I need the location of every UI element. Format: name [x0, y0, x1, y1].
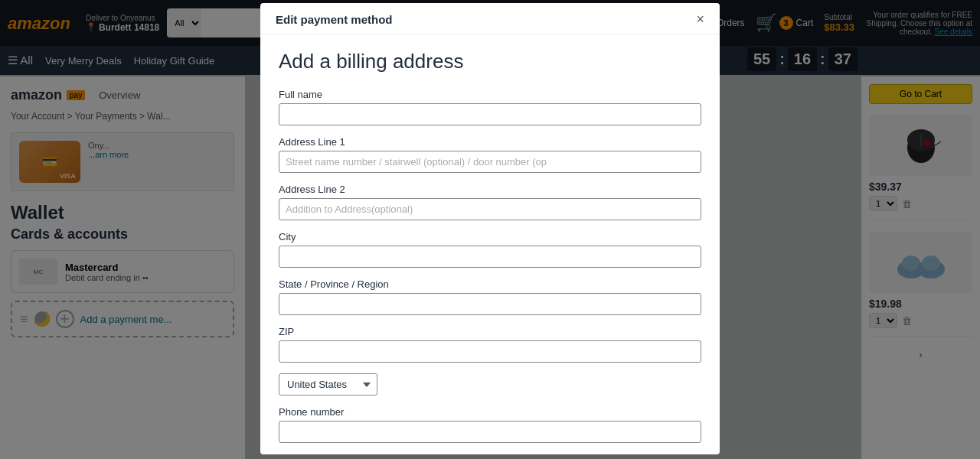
phone-label: Phone number [279, 406, 701, 418]
full-name-label: Full name [279, 89, 701, 100]
modal-overlay: Edit payment method × Add a billing addr… [0, 0, 980, 459]
modal-main-title: Add a billing address [279, 50, 701, 73]
modal-body: Add a billing address Full name Address … [260, 34, 720, 454]
zip-label: ZIP [279, 326, 701, 337]
form-group-country: United States Canada United Kingdom Aust… [279, 373, 701, 396]
city-label: City [279, 231, 701, 243]
modal-header-title: Edit payment method [276, 13, 393, 26]
phone-input[interactable] [279, 421, 701, 443]
form-group-address2: Address Line 2 [279, 184, 701, 220]
form-group-city: City [279, 231, 701, 268]
modal-close-button[interactable]: × [696, 12, 704, 26]
zip-input[interactable] [279, 340, 701, 363]
state-input[interactable] [279, 293, 701, 315]
country-select[interactable]: United States Canada United Kingdom Aust… [279, 373, 377, 396]
form-group-address1: Address Line 1 [279, 136, 701, 173]
full-name-input[interactable] [279, 103, 701, 125]
form-group-state: State / Province / Region [279, 278, 701, 315]
city-input[interactable] [279, 246, 701, 268]
state-label: State / Province / Region [279, 278, 701, 290]
form-group-zip: ZIP [279, 326, 701, 363]
edit-payment-modal: Edit payment method × Add a billing addr… [260, 3, 720, 454]
address2-label: Address Line 2 [279, 184, 701, 195]
address1-input[interactable] [279, 151, 701, 173]
address1-label: Address Line 1 [279, 136, 701, 148]
form-group-phone: Phone number [279, 406, 701, 443]
modal-header: Edit payment method × [260, 3, 720, 34]
form-group-fullname: Full name [279, 89, 701, 125]
address2-input[interactable] [279, 198, 701, 220]
